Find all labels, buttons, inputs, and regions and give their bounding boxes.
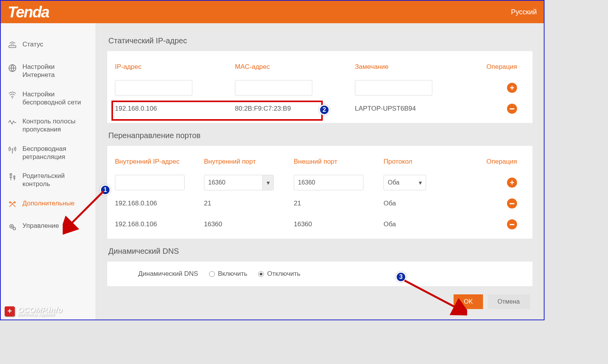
sidebar-item-management[interactable]: Управление — [1, 216, 96, 239]
remove-port-forward-button[interactable] — [507, 219, 517, 229]
add-port-forward-button[interactable] — [507, 178, 517, 188]
svg-point-7 — [11, 226, 12, 227]
col-header-op: Операция — [471, 63, 525, 71]
pf-row-ip: 192.168.0.106 — [115, 200, 204, 207]
cancel-button[interactable]: Отмена — [488, 294, 530, 309]
language-switch[interactable]: Русский — [511, 8, 537, 16]
static-mac-value: 80:2B:F9:C7:23:B9 — [235, 105, 355, 113]
pf-row-iport: 21 — [204, 200, 294, 207]
svg-point-6 — [10, 224, 14, 228]
radio-icon — [209, 271, 215, 277]
chevron-down-icon: ▾ — [262, 175, 273, 190]
remove-port-forward-button[interactable] — [507, 198, 517, 208]
ok-button[interactable]: OK — [454, 294, 483, 309]
sidebar-item-wireless[interactable]: Настройки беспроводной сети — [1, 85, 96, 112]
router-icon — [8, 40, 17, 49]
sidebar-item-label: Настройки беспроводной сети — [22, 90, 89, 107]
static-note-input[interactable] — [355, 80, 432, 96]
port-forward-title: Перенаправление портов — [108, 131, 533, 140]
footer-buttons: OK Отмена — [107, 294, 533, 309]
pf-col-ip: Внутренний IP-адрес — [115, 158, 204, 166]
pf-col-op: Операция — [469, 158, 525, 166]
sidebar-item-label: Беспроводная ретрансляция — [22, 145, 89, 161]
col-header-note: Замечание — [355, 63, 471, 71]
ddns-title: Динамический DNS — [108, 247, 533, 256]
static-ip-panel: IP-адрес MAC-адрес Замечание Операция 19… — [107, 51, 533, 123]
app-header: Tenda Русский — [1, 1, 544, 23]
col-header-mac: MAC-адрес — [235, 63, 355, 71]
svg-point-8 — [13, 227, 15, 229]
add-static-ip-button[interactable] — [507, 83, 517, 93]
chevron-down-icon: ▾ — [415, 175, 426, 190]
pf-row-proto: Оба — [384, 200, 469, 207]
pf-row-ip: 192.168.0.106 — [115, 220, 204, 228]
pf-eport-input[interactable] — [294, 175, 363, 190]
svg-rect-0 — [9, 46, 16, 48]
pf-row-eport: 21 — [294, 200, 384, 207]
static-note-value: LAPTOP-UPST6B94 — [355, 105, 471, 113]
pf-col-iport: Внутренний порт — [204, 158, 294, 166]
static-ip-value: 192.168.0.106 — [115, 105, 235, 113]
wifi-icon — [8, 90, 17, 99]
pf-row-proto: Оба — [384, 220, 469, 228]
sidebar-item-internet[interactable]: Настройки Интернета — [1, 57, 96, 85]
ddns-label: Динамический DNS — [138, 270, 198, 278]
antenna-icon — [8, 145, 17, 154]
sidebar-item-status[interactable]: Статус — [1, 35, 96, 57]
pf-col-eport: Внешний порт — [294, 158, 384, 166]
sidebar-item-label: Дополнительные — [22, 199, 75, 207]
sidebar-item-repeater[interactable]: Беспроводная ретрансляция — [1, 139, 96, 167]
pf-proto-select[interactable]: Оба ▾ — [384, 175, 426, 190]
pf-row-iport: 16360 — [204, 220, 294, 228]
col-header-ip: IP-адрес — [115, 63, 235, 71]
sidebar: Статус Настройки Интернета Настройки бес… — [1, 23, 96, 320]
gear-icon — [8, 222, 17, 231]
ddns-panel: Динамический DNS Включить Отключить — [107, 261, 533, 287]
pf-iport-select[interactable]: 16360 ▾ — [204, 175, 274, 190]
sidebar-item-label: Контроль полосы пропускания — [22, 117, 89, 134]
remove-static-ip-button[interactable] — [507, 104, 517, 114]
static-ip-title: Статический IP-адрес — [108, 36, 533, 45]
content-area: Статический IP-адрес IP-адрес MAC-адрес … — [96, 23, 544, 320]
watermark: + OCOMP.info ВОПРОСЫ АДМИНУ — [5, 306, 62, 316]
sidebar-item-parental[interactable]: Родительский контроль — [1, 166, 96, 194]
activity-icon — [8, 117, 17, 126]
pf-col-proto: Протокол — [384, 158, 469, 166]
tools-icon — [8, 199, 17, 208]
sidebar-item-label: Управление — [22, 222, 59, 230]
sidebar-item-label: Статус — [22, 40, 43, 48]
radio-checked-icon — [258, 271, 264, 277]
pf-row-eport: 16360 — [294, 220, 384, 228]
ddns-disable-radio[interactable]: Отключить — [258, 270, 300, 278]
sidebar-item-bandwidth[interactable]: Контроль полосы пропускания — [1, 112, 96, 139]
ddns-disable-text: Отключить — [267, 270, 300, 278]
static-mac-input[interactable] — [235, 80, 312, 96]
pf-proto-value: Оба — [388, 179, 399, 186]
svg-point-4 — [10, 174, 12, 176]
sidebar-item-label: Настройки Интернета — [22, 63, 89, 79]
svg-point-2 — [12, 97, 13, 98]
svg-point-5 — [14, 176, 15, 177]
pf-iport-value: 16360 — [208, 179, 226, 186]
brand-logo: Tenda — [8, 3, 49, 21]
globe-icon — [8, 63, 17, 73]
ddns-enable-text: Включить — [218, 270, 247, 278]
family-icon — [8, 172, 17, 181]
pf-ip-input[interactable] — [115, 175, 185, 190]
sidebar-item-advanced[interactable]: Дополнительные — [1, 194, 96, 216]
port-forward-panel: Внутренний IP-адрес Внутренний порт Внеш… — [107, 145, 533, 239]
ddns-enable-radio[interactable]: Включить — [209, 270, 247, 278]
static-ip-input[interactable] — [115, 80, 192, 96]
svg-point-3 — [12, 148, 13, 149]
sidebar-item-label: Родительский контроль — [22, 172, 89, 188]
plus-badge-icon: + — [5, 306, 15, 316]
